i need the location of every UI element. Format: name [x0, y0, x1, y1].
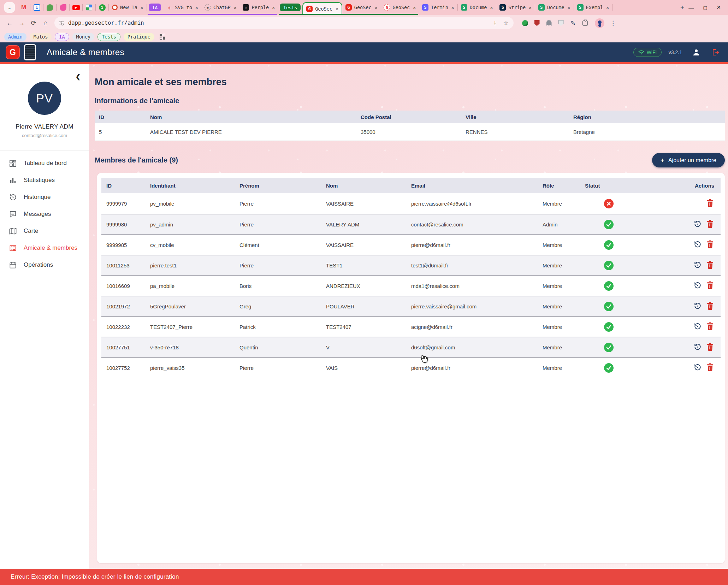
calendar-icon [8, 261, 17, 269]
url-text[interactable]: dapp.geosector.fr/admin [68, 20, 144, 26]
browser-tab[interactable]: ✳SVG to✕ [163, 0, 201, 15]
reload-icon[interactable]: ⟳ [28, 17, 40, 29]
bookmark-star-icon[interactable]: ☆ [503, 19, 509, 27]
tab-close-icon[interactable]: ✕ [451, 5, 454, 10]
sidebar-item-carte[interactable]: Carte [0, 223, 89, 240]
delete-icon[interactable] [707, 199, 714, 208]
browser-tab[interactable]: SExempl✕ [574, 0, 612, 15]
minimize-icon[interactable]: — [688, 5, 694, 11]
tab-title: Stripe [508, 5, 526, 10]
youtube-icon[interactable]: ▶ [71, 3, 81, 12]
tab-group-label-tests[interactable]: Tests [280, 4, 301, 11]
design-icon[interactable] [58, 3, 67, 12]
delete-icon[interactable] [707, 322, 714, 331]
restore-icon[interactable] [693, 261, 702, 270]
browser-tab[interactable]: ✱ChatGP✕ [201, 0, 240, 15]
tab-close-icon[interactable]: ✕ [606, 5, 609, 10]
sidebar-item-amicale-membres[interactable]: Amicale & membres [0, 240, 89, 256]
install-app-icon[interactable]: ⤓ [494, 20, 496, 26]
sidebar-item-messages[interactable]: Messages [0, 206, 89, 223]
forward-icon[interactable]: → [16, 17, 28, 29]
bookmark-admin[interactable]: Admin [4, 33, 26, 41]
delete-icon[interactable] [707, 240, 714, 249]
ghost-extension-icon[interactable] [545, 19, 552, 26]
bookmark-tests[interactable]: Tests [97, 33, 120, 41]
close-icon[interactable]: ✕ [716, 4, 721, 11]
add-member-button[interactable]: + Ajouter un membre [652, 153, 725, 167]
window-controls: — ▢ ✕ [688, 4, 726, 11]
maximize-icon[interactable]: ▢ [703, 5, 707, 10]
browser-menu-icon[interactable]: ⋮ [610, 19, 616, 27]
restore-icon[interactable] [693, 281, 702, 290]
delete-icon[interactable] [707, 281, 714, 290]
tab-close-icon[interactable]: ✕ [336, 6, 338, 12]
restore-icon[interactable] [693, 343, 702, 352]
browser-tab[interactable]: GGeoSec✕ [342, 0, 381, 15]
tab-close-icon[interactable]: ✕ [141, 5, 143, 10]
bookmark-matos[interactable]: Matos [30, 33, 52, 41]
bookmark-ia[interactable]: IA [55, 33, 69, 41]
user-icon[interactable] [692, 48, 700, 57]
cell-identifiant: cv_mobile [150, 242, 239, 248]
restore-icon[interactable] [693, 363, 702, 372]
tab-close-icon[interactable]: ✕ [272, 5, 275, 10]
browser-tab[interactable]: New Ta✕ [109, 0, 147, 15]
tab-close-icon[interactable]: ✕ [375, 5, 378, 10]
logout-icon[interactable] [711, 48, 720, 57]
restore-icon[interactable] [693, 220, 702, 229]
tab-close-icon[interactable]: ✕ [490, 5, 493, 10]
address-bar[interactable]: dapp.geosector.fr/admin ⤓ ☆ [54, 17, 514, 29]
browser-tab[interactable]: SDocume✕ [535, 0, 574, 15]
delete-icon[interactable] [707, 302, 714, 311]
sidebar-item-statistiques[interactable]: Statistiques [0, 172, 89, 189]
new-tab-button[interactable]: + [680, 4, 684, 11]
maps-icon[interactable] [84, 3, 94, 12]
tab-search-button[interactable]: ⌄ [4, 2, 15, 13]
calendar-icon[interactable]: 1 [32, 3, 41, 12]
sidebar-item-tableau-de-bord[interactable]: Tableau de bord [0, 155, 89, 172]
browser-tab[interactable]: SDocume✕ [458, 0, 496, 15]
cell-nom: TEST2407 [326, 324, 411, 330]
tab-group-label-ia[interactable]: IA [149, 4, 161, 11]
shield-outline-extension-icon[interactable] [557, 19, 564, 26]
sidebar-item-label: Messages [24, 211, 51, 218]
shield-extension-icon[interactable] [533, 19, 540, 26]
apps-grid-icon[interactable] [160, 34, 165, 40]
nature-icon[interactable] [45, 3, 54, 12]
actions-cell [652, 240, 716, 249]
restore-icon[interactable] [693, 302, 702, 311]
browser-tab[interactable]: ✳Perple✕ [239, 0, 278, 15]
puzzle-extension-icon[interactable] [581, 19, 588, 26]
badge1-icon[interactable]: 1 [97, 3, 107, 12]
browser-profile-avatar[interactable] [595, 18, 604, 28]
tab-close-icon[interactable]: ✕ [413, 5, 416, 10]
home-icon[interactable]: ⌂ [40, 17, 52, 29]
sidebar-item-historique[interactable]: Historique [0, 189, 89, 206]
restore-icon[interactable] [693, 322, 702, 331]
delete-icon[interactable] [707, 343, 714, 352]
browser-tab[interactable]: GGeoSec✕ [380, 0, 419, 15]
sidebar-item-op-rations[interactable]: Opérations [0, 256, 89, 273]
browser-tab[interactable]: SStripe✕ [496, 0, 535, 15]
browser-tab[interactable]: STermin✕ [419, 0, 457, 15]
gmail-icon[interactable]: M [19, 3, 28, 12]
tab-close-icon[interactable]: ✕ [234, 5, 237, 10]
site-info-icon[interactable] [59, 22, 64, 24]
delete-icon[interactable] [707, 261, 714, 270]
delete-icon[interactable] [707, 220, 714, 229]
bookmark-money[interactable]: Money [72, 33, 95, 41]
pen-extension-icon[interactable]: ✎ [569, 19, 576, 26]
tab-close-icon[interactable]: ✕ [195, 5, 198, 10]
restore-icon[interactable] [693, 240, 702, 249]
browser-tab[interactable]: GGeoSec✕ [302, 2, 342, 15]
browser-tab-strip: ⌄ M1▶1 New Ta✕IA✳SVG to✕✱ChatGP✕✳Perple✕… [0, 0, 728, 15]
sidebar-collapse-icon[interactable]: ❮ [76, 73, 81, 81]
back-icon[interactable]: ← [4, 17, 16, 29]
bookmark-pratique[interactable]: Pratique [124, 33, 154, 41]
tab-close-icon[interactable]: ✕ [529, 5, 532, 10]
info-col-header: ID [99, 114, 150, 120]
delete-icon[interactable] [707, 363, 714, 372]
globe-extension-icon[interactable] [521, 19, 528, 26]
s-green-favicon: S [461, 4, 467, 11]
tab-close-icon[interactable]: ✕ [568, 5, 570, 10]
